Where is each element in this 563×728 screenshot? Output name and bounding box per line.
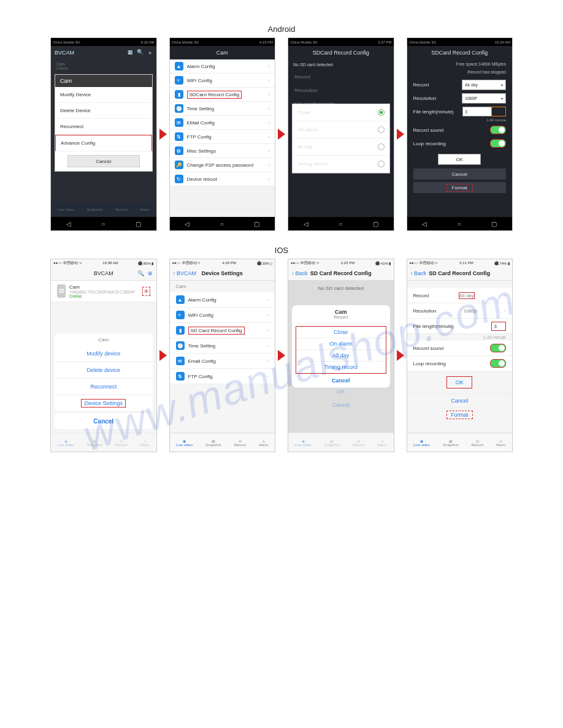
- snapshot-icon: ▤: [93, 439, 96, 443]
- tab-record[interactable]: ◎Record: [234, 439, 245, 447]
- tab-live-video[interactable]: ◉Live video: [295, 439, 312, 447]
- tab-snapshot[interactable]: ▤Snapshot: [205, 439, 221, 447]
- file-length-row: File length(minute)3: [407, 319, 513, 334]
- delete-device[interactable]: Delete Device: [55, 103, 152, 119]
- modify-device[interactable]: Modify Device: [55, 87, 152, 103]
- recent-icon[interactable]: ▢: [136, 221, 141, 227]
- tab-alarm[interactable]: ⚠Alarm: [496, 439, 506, 447]
- email-config[interactable]: ✉Email Config›: [170, 354, 275, 369]
- home-icon[interactable]: ○: [220, 221, 224, 227]
- tab-record[interactable]: ◎Record: [115, 439, 127, 447]
- tab-record[interactable]: ◎Record: [353, 439, 364, 447]
- record-timing[interactable]: Timing record: [293, 156, 389, 173]
- record-timing[interactable]: Timing record: [296, 362, 386, 373]
- time-setting[interactable]: 🕐Time Setting›: [170, 102, 275, 116]
- record-sound-toggle[interactable]: [490, 126, 506, 134]
- misc-settings[interactable]: ✿Misc Settings›: [170, 144, 275, 158]
- alarm-config[interactable]: ▲Alarm Config›: [170, 59, 275, 74]
- ios-screen-3: ●●○○ 中国移动 ᯤ2:25 PM⚫ 41% ▮ ‹ BackSD Card …: [288, 259, 394, 452]
- wifi-config[interactable]: ᯤWiFi Config›: [170, 308, 275, 323]
- back-button[interactable]: ‹ Back: [292, 270, 308, 276]
- device-reboot[interactable]: ↻Device reboot›: [170, 172, 275, 186]
- gear-icon[interactable]: ✲: [142, 287, 150, 296]
- sdcard-record-config[interactable]: ▮SD Card Record Config›: [170, 323, 275, 338]
- grid-icon[interactable]: ▦: [128, 49, 133, 57]
- file-length-input[interactable]: 3: [462, 107, 492, 116]
- reconnect[interactable]: Reconnect: [55, 119, 152, 135]
- resolution-row[interactable]: Resolution1080p›: [407, 303, 513, 319]
- loop-recording-toggle[interactable]: [490, 139, 506, 148]
- camera-row[interactable]: 🖼 Cam YMQ802-751C042FA0C8-C2B04F Online …: [51, 281, 156, 302]
- record-all-day[interactable]: All day: [293, 138, 389, 156]
- document-page: Android China Mobile 3G9:16 AM BVCAM▦🔍＋ …: [0, 0, 563, 477]
- search-icon[interactable]: 🔍: [137, 270, 144, 276]
- tab-alarm[interactable]: ⚠Alarm: [259, 439, 269, 447]
- wifi-config[interactable]: ᯤWiFi Config›: [170, 74, 275, 88]
- tab-live-video[interactable]: ◉Live video: [176, 439, 193, 447]
- delete-device[interactable]: Delete device: [55, 362, 153, 379]
- record-close[interactable]: Close: [296, 327, 386, 338]
- tab-live-video[interactable]: ◉Live video: [58, 439, 74, 447]
- back-icon[interactable]: ◁: [422, 221, 427, 227]
- record-on-alarm[interactable]: On alarm: [296, 338, 386, 350]
- chevron-right-icon: ›: [268, 120, 270, 126]
- ok-button[interactable]: OK: [438, 154, 481, 165]
- back-icon[interactable]: ◁: [66, 221, 71, 227]
- arrow-icon: [278, 129, 285, 140]
- back-icon[interactable]: ◁: [185, 221, 190, 227]
- chevron-right-icon: ›: [268, 134, 270, 140]
- ok-button[interactable]: OK: [446, 376, 472, 389]
- tab-alarm[interactable]: ⚠Alarm: [140, 439, 150, 447]
- home-icon[interactable]: ○: [339, 221, 342, 227]
- record-close[interactable]: Close: [293, 104, 389, 121]
- tab-alarm[interactable]: ⚠Alarm: [377, 439, 387, 447]
- chevron-right-icon: ›: [267, 297, 269, 303]
- format-button[interactable]: Format: [407, 408, 513, 422]
- back-icon[interactable]: ◁: [304, 221, 308, 227]
- back-button[interactable]: ‹ BVCAM: [174, 270, 197, 276]
- record-row[interactable]: RecordAll day›: [407, 288, 513, 303]
- advance-config[interactable]: Advance Config: [55, 135, 152, 151]
- change-password[interactable]: 🔑Change P2P access password›: [170, 158, 275, 172]
- dialog-title: Cam: [298, 309, 384, 315]
- record-on-alarm[interactable]: On alarm: [293, 121, 389, 138]
- screen-title: SD Card Record Config: [310, 270, 372, 276]
- tab-live-video[interactable]: ◉Live video: [413, 439, 430, 447]
- alarm-config[interactable]: ▲Alarm Config›: [170, 292, 275, 308]
- loop-recording-toggle[interactable]: [490, 359, 506, 368]
- recent-icon[interactable]: ▢: [491, 221, 497, 227]
- tab-snapshot[interactable]: ▤Snapshot: [324, 439, 340, 447]
- tab-snapshot[interactable]: ▤Snapshot: [87, 439, 102, 447]
- add-icon[interactable]: ＋: [147, 49, 153, 57]
- device-settings[interactable]: Device Settings: [55, 395, 153, 412]
- ftp-config[interactable]: ⇅FTP Config›: [170, 130, 275, 144]
- cancel-button[interactable]: Cancel: [407, 393, 513, 408]
- time-setting[interactable]: 🕐Time Setting›: [170, 338, 275, 354]
- tab-record[interactable]: ◎Record: [471, 439, 483, 447]
- format-button[interactable]: Format: [413, 182, 507, 193]
- chevron-right-icon: ›: [504, 308, 506, 314]
- status-bar: China Mobile 3G2:27 PM: [288, 38, 394, 46]
- file-length-input[interactable]: 3: [491, 322, 506, 331]
- tab-snapshot[interactable]: ▤Snapshot: [443, 439, 458, 447]
- cancel-button[interactable]: Cancel: [67, 155, 140, 167]
- reconnect[interactable]: Reconnect: [55, 379, 153, 395]
- recent-icon[interactable]: ▢: [254, 221, 259, 227]
- home-icon[interactable]: ○: [458, 221, 461, 227]
- record-all-day[interactable]: All day: [296, 350, 386, 362]
- cancel-button[interactable]: Cancel: [413, 169, 507, 180]
- sdcard-record-config[interactable]: ▮SDCard Record Config›: [170, 88, 275, 102]
- back-button[interactable]: ‹ Back: [411, 270, 427, 276]
- resolution-dropdown[interactable]: 1080P▾: [462, 93, 506, 104]
- record-sound-label: Record sound: [413, 127, 491, 133]
- record-sound-toggle[interactable]: [490, 344, 506, 352]
- ftp-config[interactable]: ⇅FTP Config›: [170, 369, 275, 384]
- record-dropdown[interactable]: All day▾: [462, 80, 506, 90]
- email-config[interactable]: ✉EMail Config›: [170, 116, 275, 130]
- cancel-button[interactable]: Cancel: [55, 413, 153, 429]
- home-icon[interactable]: ○: [101, 221, 105, 227]
- add-icon[interactable]: ⊕: [148, 270, 153, 276]
- search-icon[interactable]: 🔍: [137, 49, 144, 57]
- modify-device[interactable]: Modify device: [55, 346, 153, 362]
- recent-icon[interactable]: ▢: [373, 221, 378, 227]
